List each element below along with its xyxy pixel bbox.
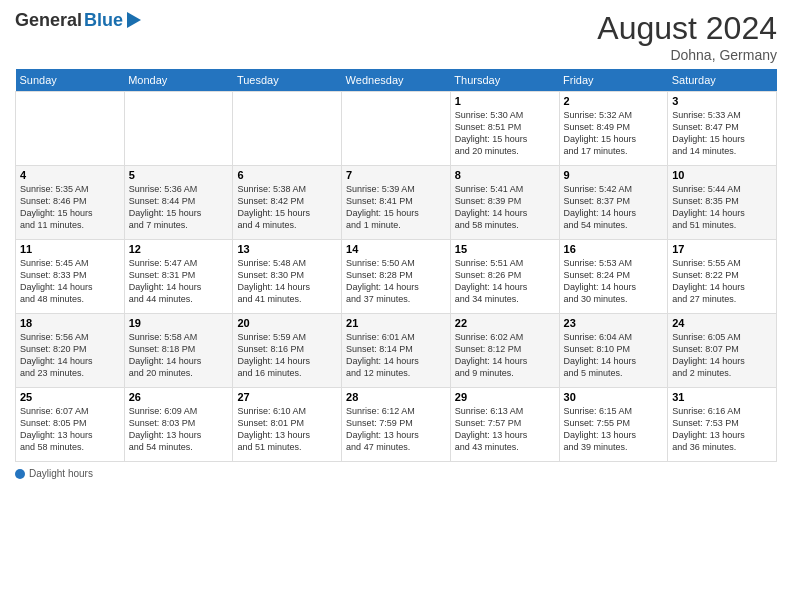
calendar-week-row: 18Sunrise: 5:56 AM Sunset: 8:20 PM Dayli…: [16, 314, 777, 388]
day-info: Sunrise: 5:56 AM Sunset: 8:20 PM Dayligh…: [20, 331, 120, 380]
logo-blue-text: Blue: [84, 10, 123, 31]
calendar-cell: 14Sunrise: 5:50 AM Sunset: 8:28 PM Dayli…: [342, 240, 451, 314]
day-info: Sunrise: 5:44 AM Sunset: 8:35 PM Dayligh…: [672, 183, 772, 232]
day-number: 26: [129, 391, 229, 403]
day-number: 6: [237, 169, 337, 181]
day-info: Sunrise: 5:47 AM Sunset: 8:31 PM Dayligh…: [129, 257, 229, 306]
calendar-header-monday: Monday: [124, 69, 233, 92]
calendar-cell: 9Sunrise: 5:42 AM Sunset: 8:37 PM Daylig…: [559, 166, 668, 240]
day-number: 18: [20, 317, 120, 329]
footer: Daylight hours: [15, 468, 777, 479]
footer-label: Daylight hours: [29, 468, 93, 479]
day-info: Sunrise: 6:05 AM Sunset: 8:07 PM Dayligh…: [672, 331, 772, 380]
logo-general-text: General: [15, 10, 82, 31]
calendar-week-row: 25Sunrise: 6:07 AM Sunset: 8:05 PM Dayli…: [16, 388, 777, 462]
page-container: General Blue August 2024 Dohna, Germany …: [0, 0, 792, 612]
calendar-header-wednesday: Wednesday: [342, 69, 451, 92]
day-number: 21: [346, 317, 446, 329]
day-info: Sunrise: 5:32 AM Sunset: 8:49 PM Dayligh…: [564, 109, 664, 158]
day-info: Sunrise: 6:10 AM Sunset: 8:01 PM Dayligh…: [237, 405, 337, 454]
location-text: Dohna, Germany: [597, 47, 777, 63]
day-number: 11: [20, 243, 120, 255]
calendar-cell: 26Sunrise: 6:09 AM Sunset: 8:03 PM Dayli…: [124, 388, 233, 462]
calendar-week-row: 1Sunrise: 5:30 AM Sunset: 8:51 PM Daylig…: [16, 92, 777, 166]
header: General Blue August 2024 Dohna, Germany: [15, 10, 777, 63]
calendar-cell: [16, 92, 125, 166]
calendar-cell: 4Sunrise: 5:35 AM Sunset: 8:46 PM Daylig…: [16, 166, 125, 240]
calendar-cell: 21Sunrise: 6:01 AM Sunset: 8:14 PM Dayli…: [342, 314, 451, 388]
day-number: 13: [237, 243, 337, 255]
day-number: 4: [20, 169, 120, 181]
logo-arrow-icon: [127, 12, 141, 28]
calendar-cell: 20Sunrise: 5:59 AM Sunset: 8:16 PM Dayli…: [233, 314, 342, 388]
calendar-cell: [342, 92, 451, 166]
day-info: Sunrise: 6:02 AM Sunset: 8:12 PM Dayligh…: [455, 331, 555, 380]
title-section: August 2024 Dohna, Germany: [597, 10, 777, 63]
calendar-header-tuesday: Tuesday: [233, 69, 342, 92]
calendar-cell: 23Sunrise: 6:04 AM Sunset: 8:10 PM Dayli…: [559, 314, 668, 388]
calendar-cell: 18Sunrise: 5:56 AM Sunset: 8:20 PM Dayli…: [16, 314, 125, 388]
calendar-cell: 13Sunrise: 5:48 AM Sunset: 8:30 PM Dayli…: [233, 240, 342, 314]
calendar-cell: 3Sunrise: 5:33 AM Sunset: 8:47 PM Daylig…: [668, 92, 777, 166]
calendar-header-sunday: Sunday: [16, 69, 125, 92]
day-number: 17: [672, 243, 772, 255]
calendar-cell: 7Sunrise: 5:39 AM Sunset: 8:41 PM Daylig…: [342, 166, 451, 240]
day-number: 9: [564, 169, 664, 181]
day-info: Sunrise: 5:42 AM Sunset: 8:37 PM Dayligh…: [564, 183, 664, 232]
day-number: 16: [564, 243, 664, 255]
day-number: 20: [237, 317, 337, 329]
day-number: 2: [564, 95, 664, 107]
day-number: 27: [237, 391, 337, 403]
calendar-cell: 19Sunrise: 5:58 AM Sunset: 8:18 PM Dayli…: [124, 314, 233, 388]
calendar-cell: 25Sunrise: 6:07 AM Sunset: 8:05 PM Dayli…: [16, 388, 125, 462]
calendar-cell: 2Sunrise: 5:32 AM Sunset: 8:49 PM Daylig…: [559, 92, 668, 166]
day-number: 22: [455, 317, 555, 329]
calendar-cell: 15Sunrise: 5:51 AM Sunset: 8:26 PM Dayli…: [450, 240, 559, 314]
day-info: Sunrise: 6:12 AM Sunset: 7:59 PM Dayligh…: [346, 405, 446, 454]
day-number: 3: [672, 95, 772, 107]
day-info: Sunrise: 6:15 AM Sunset: 7:55 PM Dayligh…: [564, 405, 664, 454]
day-info: Sunrise: 5:48 AM Sunset: 8:30 PM Dayligh…: [237, 257, 337, 306]
day-number: 7: [346, 169, 446, 181]
calendar-cell: [233, 92, 342, 166]
day-number: 29: [455, 391, 555, 403]
calendar-cell: 24Sunrise: 6:05 AM Sunset: 8:07 PM Dayli…: [668, 314, 777, 388]
day-number: 31: [672, 391, 772, 403]
calendar-cell: [124, 92, 233, 166]
day-info: Sunrise: 5:55 AM Sunset: 8:22 PM Dayligh…: [672, 257, 772, 306]
day-info: Sunrise: 6:01 AM Sunset: 8:14 PM Dayligh…: [346, 331, 446, 380]
day-number: 10: [672, 169, 772, 181]
day-number: 28: [346, 391, 446, 403]
day-number: 8: [455, 169, 555, 181]
day-info: Sunrise: 5:41 AM Sunset: 8:39 PM Dayligh…: [455, 183, 555, 232]
day-number: 30: [564, 391, 664, 403]
day-info: Sunrise: 6:07 AM Sunset: 8:05 PM Dayligh…: [20, 405, 120, 454]
logo: General Blue: [15, 10, 141, 31]
day-info: Sunrise: 5:33 AM Sunset: 8:47 PM Dayligh…: [672, 109, 772, 158]
calendar-cell: 10Sunrise: 5:44 AM Sunset: 8:35 PM Dayli…: [668, 166, 777, 240]
calendar-cell: 8Sunrise: 5:41 AM Sunset: 8:39 PM Daylig…: [450, 166, 559, 240]
calendar-cell: 16Sunrise: 5:53 AM Sunset: 8:24 PM Dayli…: [559, 240, 668, 314]
calendar-table: SundayMondayTuesdayWednesdayThursdayFrid…: [15, 69, 777, 462]
calendar-cell: 27Sunrise: 6:10 AM Sunset: 8:01 PM Dayli…: [233, 388, 342, 462]
day-number: 1: [455, 95, 555, 107]
day-info: Sunrise: 5:50 AM Sunset: 8:28 PM Dayligh…: [346, 257, 446, 306]
day-number: 25: [20, 391, 120, 403]
day-info: Sunrise: 6:16 AM Sunset: 7:53 PM Dayligh…: [672, 405, 772, 454]
day-info: Sunrise: 5:51 AM Sunset: 8:26 PM Dayligh…: [455, 257, 555, 306]
calendar-cell: 22Sunrise: 6:02 AM Sunset: 8:12 PM Dayli…: [450, 314, 559, 388]
calendar-cell: 6Sunrise: 5:38 AM Sunset: 8:42 PM Daylig…: [233, 166, 342, 240]
calendar-cell: 12Sunrise: 5:47 AM Sunset: 8:31 PM Dayli…: [124, 240, 233, 314]
calendar-week-row: 11Sunrise: 5:45 AM Sunset: 8:33 PM Dayli…: [16, 240, 777, 314]
day-info: Sunrise: 6:13 AM Sunset: 7:57 PM Dayligh…: [455, 405, 555, 454]
day-info: Sunrise: 5:53 AM Sunset: 8:24 PM Dayligh…: [564, 257, 664, 306]
day-info: Sunrise: 5:36 AM Sunset: 8:44 PM Dayligh…: [129, 183, 229, 232]
day-info: Sunrise: 5:35 AM Sunset: 8:46 PM Dayligh…: [20, 183, 120, 232]
calendar-header-row: SundayMondayTuesdayWednesdayThursdayFrid…: [16, 69, 777, 92]
calendar-cell: 5Sunrise: 5:36 AM Sunset: 8:44 PM Daylig…: [124, 166, 233, 240]
day-info: Sunrise: 6:09 AM Sunset: 8:03 PM Dayligh…: [129, 405, 229, 454]
day-number: 15: [455, 243, 555, 255]
calendar-cell: 1Sunrise: 5:30 AM Sunset: 8:51 PM Daylig…: [450, 92, 559, 166]
day-info: Sunrise: 5:38 AM Sunset: 8:42 PM Dayligh…: [237, 183, 337, 232]
day-number: 5: [129, 169, 229, 181]
